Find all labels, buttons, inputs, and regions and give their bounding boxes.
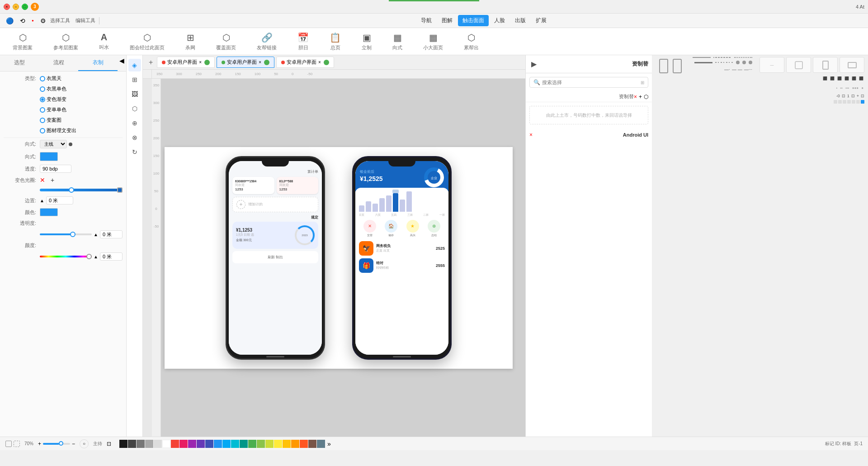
toolbar-export[interactable]: ⬡ 累帮出 <box>460 30 482 53</box>
size-preset-1[interactable]: ▪ <box>835 85 839 91</box>
icon-储存-circle[interactable]: 🏠 <box>385 220 397 233</box>
fill-radio-天[interactable]: 衣黑天 <box>40 75 61 82</box>
search-input[interactable] <box>542 80 639 85</box>
canvas-add-tab[interactable]: + <box>146 58 155 67</box>
pal-green[interactable] <box>248 440 256 448</box>
toolbar-calendar[interactable]: 📅 胆日 <box>294 30 312 53</box>
toolbar-link[interactable]: 🔗 友帮链接 <box>253 30 280 53</box>
hue-thumb[interactable] <box>86 254 92 259</box>
nav-tab-renlian[interactable]: 人脸 <box>490 15 509 26</box>
radio-单一[interactable] <box>40 86 45 92</box>
pal-lightblue[interactable] <box>222 440 231 448</box>
search-filter-icon[interactable]: ⊞ <box>641 80 644 85</box>
tool-component[interactable]: ⊕ <box>128 117 141 129</box>
section-copy-btn[interactable]: ⬡ <box>644 94 648 100</box>
grid-item-1[interactable]: — <box>760 57 784 73</box>
pal-cyan[interactable] <box>231 440 239 448</box>
trans-stepper-up[interactable]: ▲ <box>94 232 98 237</box>
palette-more-btn[interactable]: » <box>327 440 331 447</box>
pal-gray[interactable] <box>137 440 145 448</box>
pal-black[interactable] <box>119 440 127 448</box>
pal-brown[interactable] <box>308 440 316 448</box>
pal-red[interactable] <box>171 440 179 448</box>
toolbar-立制[interactable]: ▣ 立制 <box>358 30 375 53</box>
tool-select[interactable]: ◈ <box>128 59 141 71</box>
radio-无[interactable] <box>40 76 45 81</box>
tool-path[interactable]: ⊗ <box>128 131 141 144</box>
size-preset-5[interactable]: ● <box>860 85 864 91</box>
offset-plus[interactable]: + <box>857 94 859 98</box>
pal-lime[interactable] <box>265 440 274 448</box>
trans-thumb[interactable] <box>70 232 75 237</box>
position-stepper-up[interactable]: ▲ <box>40 198 44 203</box>
radio-图案[interactable] <box>40 118 45 123</box>
position-input[interactable] <box>46 196 73 204</box>
toolbar-grid[interactable]: ⊞ 杀网 <box>182 30 199 53</box>
pal-darkgray[interactable] <box>128 440 136 448</box>
view-circle[interactable]: ○ <box>80 439 89 448</box>
pal-orange[interactable] <box>291 440 299 448</box>
icon-交替-circle[interactable]: ✕ <box>363 220 376 233</box>
phone-preview-1[interactable] <box>659 59 668 433</box>
menu-edit-tool[interactable]: 编辑工具 <box>75 17 95 24</box>
size-preset-4[interactable]: ●●● <box>851 85 860 91</box>
pal-deeppurple[interactable] <box>197 440 205 448</box>
close-button[interactable]: × <box>4 4 10 10</box>
gradient-add-btn[interactable]: + <box>51 176 54 184</box>
nav-tab-kuozhan[interactable]: 扩展 <box>531 15 551 26</box>
pal-pink[interactable] <box>179 440 188 448</box>
minimize-button[interactable]: − <box>13 4 19 10</box>
tool-image[interactable]: 🖼 <box>128 88 141 100</box>
tab-流程[interactable]: 流程 <box>39 55 79 71</box>
zoom-minus-btn[interactable]: − <box>72 441 75 447</box>
pal-lightgray[interactable] <box>145 440 153 448</box>
canvas-tab-3[interactable]: 安卓用户界面 × <box>276 57 334 68</box>
canvas-tab-1[interactable]: 安卓用户界面 × <box>157 57 215 68</box>
section-close-btn[interactable]: × <box>634 94 637 100</box>
radio-单一2[interactable] <box>40 107 45 113</box>
zoom-slider[interactable] <box>43 443 70 445</box>
gradient-remove-btn[interactable]: ✕ <box>40 176 45 184</box>
pal-white[interactable] <box>162 440 170 448</box>
align-icon-4[interactable]: ⬛ <box>844 76 850 81</box>
tool-refresh[interactable]: ↻ <box>128 146 141 158</box>
opacity-input[interactable] <box>40 165 71 173</box>
align-icon-6[interactable]: ⬛ <box>858 76 864 81</box>
maximize-button[interactable]: □ <box>22 4 28 10</box>
tab-选型[interactable]: 选型 <box>0 55 39 71</box>
zoom-add-btn[interactable]: + <box>38 441 41 447</box>
direction-select[interactable]: 主线 <box>40 140 67 148</box>
trans-input[interactable] <box>100 230 123 238</box>
offset-icon[interactable]: ⊡ <box>842 94 845 98</box>
zoom-thumb[interactable] <box>59 441 63 446</box>
align-icon-3[interactable]: ⬛ <box>836 76 843 81</box>
pal-bluegray[interactable] <box>317 440 325 448</box>
phone-preview-2[interactable] <box>673 59 682 433</box>
tab1-close[interactable]: × <box>199 60 202 65</box>
nav-tab-chuban[interactable]: 出版 <box>510 15 530 26</box>
tool-info[interactable]: ⚙ <box>38 16 48 25</box>
hue-stepper-up[interactable]: ▲ <box>94 254 98 259</box>
toolbar-cover[interactable]: ⬡ 覆盖面页 <box>212 30 240 53</box>
toolbar-pagesize[interactable]: ▦ 小大面页 <box>420 30 447 53</box>
menu-select-tool[interactable]: 选择工具 <box>50 17 70 24</box>
canvas-tab-2[interactable]: 安卓用户界面 × <box>217 57 274 68</box>
gradient-thumb-right[interactable] <box>117 187 123 193</box>
pal-blue[interactable] <box>214 440 222 448</box>
panel-collapse-btn[interactable]: ◀ <box>118 55 126 71</box>
radio-理[interactable] <box>40 128 45 133</box>
toolbar-ref-layer[interactable]: ⬡ 参考层图案 <box>50 30 82 53</box>
grid-item-3[interactable] <box>813 57 838 73</box>
fill-radio-理[interactable]: 图材理文变出 <box>40 127 76 134</box>
fill-radio-图案[interactable]: 变案图 <box>40 117 61 124</box>
gradient-thumb-left[interactable] <box>69 187 74 193</box>
nav-tab-tujie[interactable]: 图解 <box>437 15 457 26</box>
align-icon-5[interactable]: ⬛ <box>851 76 857 81</box>
tab3-close[interactable]: × <box>318 60 321 65</box>
grid-item-4[interactable] <box>840 57 864 73</box>
android-close-btn[interactable]: × <box>529 132 533 138</box>
radio-渐变[interactable] <box>40 97 45 102</box>
fullscreen-btn[interactable]: ⊡ <box>107 441 111 447</box>
pal-purple[interactable] <box>188 440 196 448</box>
fill-radio-单一2[interactable]: 变单单色 <box>40 106 66 113</box>
